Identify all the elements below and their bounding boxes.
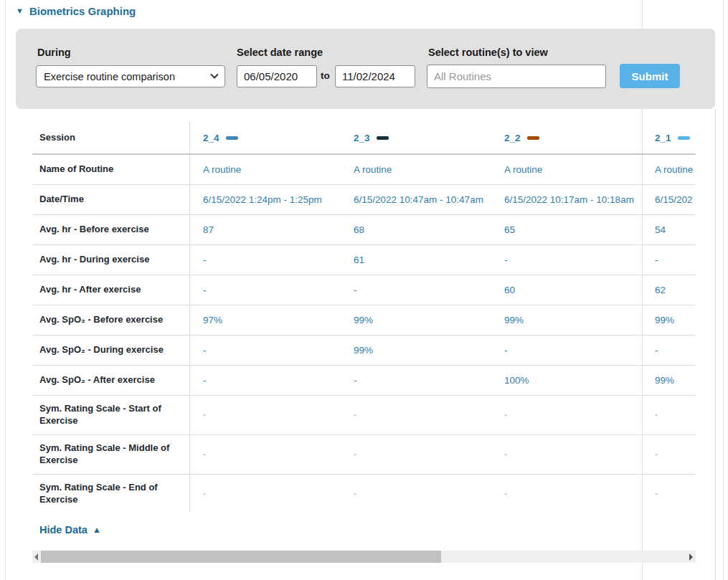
cell: - (491, 410, 642, 420)
cell: A routine (341, 164, 491, 175)
during-select[interactable]: Exercise routine comparison (36, 65, 225, 87)
cell: A routine (642, 164, 696, 175)
scroll-right-arrow-icon[interactable] (689, 553, 693, 561)
cell: - (341, 489, 491, 499)
cell: - (190, 450, 341, 460)
panel-right-border (715, 109, 716, 580)
cell: - (190, 375, 341, 386)
to-label: to (321, 70, 330, 81)
table-row-sym-end: Sym. Rating Scale - End of Exercise - - … (32, 475, 696, 512)
biometrics-table: Session 2_4 2_3 2_2 2_1 Name of Routine … (32, 122, 696, 512)
cell: - (642, 345, 696, 356)
during-label: During (37, 47, 71, 58)
table-header-row: Session 2_4 2_3 2_2 2_1 (32, 122, 696, 155)
date-to-input[interactable] (335, 65, 415, 87)
cell: 54 (642, 224, 696, 235)
cell: - (341, 375, 491, 386)
table-row-name-of-routine: Name of Routine A routine A routine A ro… (32, 155, 696, 185)
page-right-border (723, 0, 724, 580)
cell: - (491, 255, 642, 265)
series-dash-icon (226, 136, 238, 140)
date-range-label: Select date range (237, 47, 323, 58)
cell: 62 (642, 285, 696, 295)
cell: 65 (491, 224, 642, 235)
cell: 99% (642, 375, 696, 386)
section-title: Biometrics Graphing (29, 5, 136, 17)
cell: - (642, 410, 696, 420)
cell: A routine (491, 164, 642, 175)
row-label: Sym. Rating Scale - End of Exercise (32, 475, 190, 512)
cell: 99% (642, 315, 696, 325)
cell: 68 (341, 224, 491, 235)
scrollbar-thumb[interactable] (41, 551, 441, 563)
cell: - (341, 450, 491, 460)
submit-button[interactable]: Submit (620, 64, 680, 88)
session-label: 2_2 (504, 133, 521, 143)
horizontal-scrollbar[interactable] (32, 551, 696, 563)
table-row-spo2-during: Avg. SpO₂ - During exercise - 99% - - (32, 336, 696, 366)
table-row-sym-middle: Sym. Rating Scale - Middle of Exercise -… (32, 435, 696, 475)
cell: 60 (491, 285, 642, 295)
cell: - (642, 450, 696, 460)
collapse-triangle-icon: ▼ (16, 7, 24, 15)
row-label: Date/Time (32, 185, 190, 214)
cell: 99% (341, 345, 491, 356)
cell: 61 (341, 255, 491, 265)
cell: 6/15/2022 1:24pm - 1:25pm (190, 194, 341, 205)
row-label: Avg. hr - After exercise (32, 275, 190, 305)
cell: - (491, 450, 642, 460)
routines-label: Select routine(s) to view (428, 47, 548, 58)
table-row-spo2-before: Avg. SpO₂ - Before exercise 97% 99% 99% … (32, 305, 696, 336)
cell: - (190, 285, 341, 295)
cell: 6/15/2022 10:47am - 10:47am (341, 194, 491, 205)
row-label: Name of Routine (32, 155, 190, 184)
session-header-2_4: 2_4 (190, 133, 341, 143)
cell: - (491, 489, 642, 499)
series-dash-icon (377, 136, 389, 140)
cell: - (190, 410, 341, 420)
collapse-up-triangle-icon: ▲ (93, 525, 101, 535)
table-row-hr-after: Avg. hr - After exercise - - 60 62 (32, 275, 696, 305)
cell: 87 (190, 224, 341, 235)
table-row-spo2-after: Avg. SpO₂ - After exercise - - 100% 99% (32, 366, 696, 396)
routines-input[interactable] (427, 65, 606, 88)
cell: - (642, 255, 696, 265)
page-left-border (5, 0, 6, 580)
row-label-session: Session (32, 122, 190, 153)
session-header-2_1: 2_1 (642, 133, 696, 143)
row-label: Avg. SpO₂ - During exercise (32, 336, 190, 365)
table-row-hr-before: Avg. hr - Before exercise 87 68 65 54 (32, 215, 696, 245)
filter-panel: During Exercise routine comparison Selec… (16, 29, 715, 109)
during-select-value: Exercise routine comparison (44, 71, 175, 82)
row-label: Sym. Rating Scale - Middle of Exercise (32, 435, 190, 474)
cell: - (190, 255, 341, 265)
session-label: 2_3 (354, 133, 370, 143)
cell: 99% (491, 315, 642, 325)
cell: 6/15/202 (642, 194, 696, 205)
row-label: Sym. Rating Scale - Start of Exercise (32, 396, 190, 434)
cell: - (642, 489, 696, 499)
biometrics-graphing-toggle[interactable]: ▼ Biometrics Graphing (16, 5, 136, 17)
date-from-input[interactable] (237, 65, 317, 87)
cell: - (190, 489, 341, 499)
series-dash-icon (678, 136, 690, 140)
row-label: Avg. SpO₂ - After exercise (32, 366, 190, 395)
table-row-date-time: Date/Time 6/15/2022 1:24pm - 1:25pm 6/15… (32, 185, 696, 215)
series-dash-icon (527, 136, 539, 140)
cell: A routine (190, 164, 341, 175)
scroll-left-arrow-icon[interactable] (34, 553, 38, 561)
row-label: Avg. hr - Before exercise (32, 215, 190, 244)
cell: - (491, 345, 642, 356)
hide-data-label: Hide Data (39, 524, 88, 536)
session-header-2_2: 2_2 (491, 133, 642, 143)
hide-data-link[interactable]: Hide Data ▲ (39, 524, 101, 536)
table-row-sym-start: Sym. Rating Scale - Start of Exercise - … (32, 396, 696, 435)
cell: 100% (491, 375, 642, 386)
cell: - (341, 285, 491, 295)
cell: - (190, 345, 341, 356)
session-label: 2_4 (203, 133, 219, 143)
cell: 99% (341, 315, 491, 325)
session-label: 2_1 (655, 133, 671, 143)
cell: 6/15/2022 10:17am - 10:18am (491, 194, 642, 205)
session-header-2_3: 2_3 (341, 133, 491, 143)
